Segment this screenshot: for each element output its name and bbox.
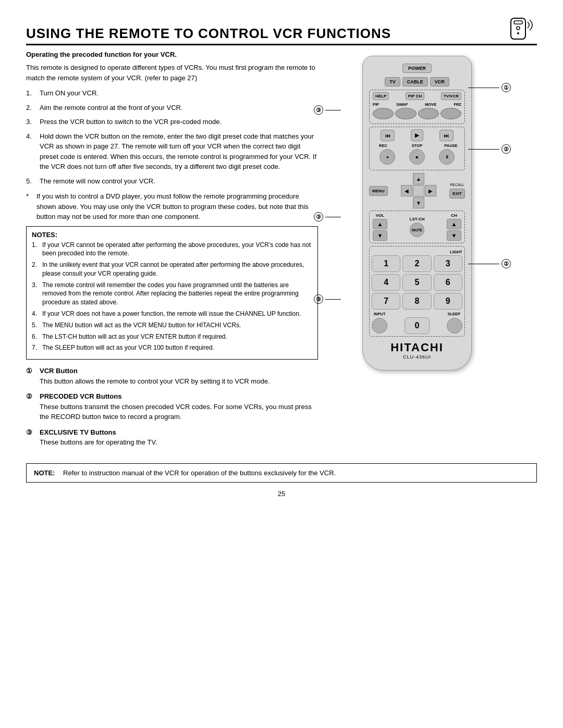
tvvcr-button[interactable]: TV/VCR	[441, 92, 461, 100]
callout-1-title: VCR Button	[40, 367, 78, 375]
mute-button[interactable]: MUTE	[410, 223, 424, 237]
transport-section: ⏮ ▶ ⏭ REC STOP PAUSE ● ■ ⏸	[369, 127, 465, 170]
stop-button[interactable]: ■	[409, 149, 425, 165]
tv-mode-button[interactable]: TV	[385, 77, 400, 87]
rewind-button[interactable]: ⏮	[381, 130, 395, 141]
vol-down-button[interactable]: ▼	[373, 230, 387, 241]
num-2[interactable]: 2	[402, 255, 431, 272]
play-button[interactable]: ▶	[411, 129, 423, 141]
callout-label-2-numpad: ②	[468, 259, 511, 268]
help-button[interactable]: HELP	[373, 92, 389, 100]
num-0[interactable]: 0	[405, 317, 430, 334]
move-label: MOVE	[425, 102, 436, 107]
step-5: 5. The remote will now control your VCR.	[26, 176, 318, 187]
mute-section: MUTE	[410, 223, 424, 237]
vol-ch-dashed: VOL ▲ ▼ LST-CH MUTE	[369, 211, 465, 243]
callout-label-3-top: ③	[314, 105, 341, 115]
num-7[interactable]: 7	[372, 293, 400, 310]
func-row-1: HELP PIP CH TV/VCR	[373, 92, 461, 100]
num-3[interactable]: 3	[434, 255, 462, 272]
cable-mode-button[interactable]: CABLE	[402, 77, 428, 87]
ch-up-button[interactable]: ▲	[447, 219, 461, 229]
ch-section: CH ▲ ▼	[447, 213, 461, 241]
step-3: 3. Press the VCR button to switch to the…	[26, 117, 318, 127]
move-oval[interactable]	[418, 108, 439, 119]
remote-body: POWER TV CABLE VCR HELP PIP CH TV/VCR	[362, 56, 472, 371]
frz-oval[interactable]	[440, 108, 461, 119]
swap-oval[interactable]	[395, 108, 416, 119]
nav-left[interactable]: ◀	[401, 185, 412, 196]
num-4[interactable]: 4	[372, 274, 400, 291]
num-8[interactable]: 8	[402, 293, 431, 310]
pip-oval[interactable]	[373, 108, 394, 119]
frz-label: FRZ	[454, 102, 461, 107]
note-1: 1. If your VCR cannot be operated after …	[32, 241, 312, 258]
vol-up-button[interactable]: ▲	[373, 219, 387, 229]
nav-right[interactable]: ▶	[425, 185, 436, 196]
remote-icon	[506, 16, 537, 42]
page-title: USING THE REMOTE TO CONTROL VCR FUNCTION…	[26, 26, 391, 42]
hitachi-name: HITACHI	[369, 341, 465, 354]
notes-box: NOTES: 1. If your VCR cannot be operated…	[26, 226, 318, 360]
num-6[interactable]: 6	[434, 274, 462, 291]
nav-up[interactable]: ▲	[413, 173, 424, 184]
page-number: 25	[26, 490, 537, 498]
note-3: 3. The remote control will remember the …	[32, 281, 312, 307]
svg-rect-0	[511, 18, 525, 39]
numpad-grid: 1 2 3 4 5 6 7 8 9	[372, 255, 462, 310]
svg-point-2	[517, 27, 520, 30]
callout-label-3-mid: ③	[314, 212, 341, 221]
svg-point-3	[517, 32, 519, 34]
callout-label-3-bot: ③	[314, 294, 341, 304]
note-7: 7. The SLEEP button will act as your VCR…	[32, 343, 312, 352]
note-text: Refer to instruction manual of the VCR f…	[63, 468, 336, 478]
num-5[interactable]: 5	[402, 274, 431, 291]
power-button[interactable]: POWER	[402, 64, 432, 73]
ch-down-button[interactable]: ▼	[447, 230, 461, 241]
callout-2-title: PRECODED VCR Buttons	[40, 392, 121, 400]
callout-1-text: This button allows the remote to control…	[40, 377, 270, 385]
step-1: 1. Turn ON your VCR.	[26, 88, 318, 98]
callout-3-text: These buttons are for operating the TV.	[40, 438, 157, 446]
pause-button[interactable]: ⏸	[439, 149, 455, 165]
fastforward-button[interactable]: ⏭	[439, 130, 454, 141]
pipch-button[interactable]: PIP CH	[406, 92, 425, 100]
pip-label: PIP	[373, 102, 379, 107]
callout-3: ③ EXCLUSIVE TV Buttons These buttons are…	[26, 427, 318, 448]
callout-1: ① VCR Button This button allows the remo…	[26, 366, 318, 386]
rec-labels: REC STOP PAUSE	[373, 143, 461, 148]
hitachi-brand: HITACHI CLU-436UI	[369, 341, 465, 360]
nav-down[interactable]: ▼	[413, 197, 424, 208]
callout-2-text: These buttons transmit the chosen precod…	[40, 403, 312, 421]
stop-label: STOP	[407, 143, 427, 148]
exit-button[interactable]: EXIT	[449, 189, 465, 199]
vcr-mode-button[interactable]: VCR	[430, 77, 449, 87]
sleep-button[interactable]	[447, 318, 462, 334]
callout-label-2-transport: ②	[468, 144, 511, 154]
nav-pad: ▲ ◀ ▶ ▼	[401, 173, 436, 208]
num-9[interactable]: 9	[434, 293, 462, 310]
page-header: USING THE REMOTE TO CONTROL VCR FUNCTION…	[26, 16, 537, 45]
top-functions-section: HELP PIP CH TV/VCR PIP SWAP MOVE FRZ	[369, 90, 465, 124]
main-content: Operating the precoded function for your…	[26, 51, 537, 453]
note-2: 2. In the unlikely event that your VCR c…	[32, 261, 312, 278]
numbered-steps: 1. Turn ON your VCR. 2. Aim the remote c…	[26, 88, 318, 186]
step-4: 4. Hold down the VCR button on the remot…	[26, 131, 318, 172]
hitachi-model: CLU-436UI	[369, 354, 465, 360]
transport-row: ⏮ ▶ ⏭	[373, 129, 461, 141]
nav-section: MENU ▲ ◀ ▶ ▼	[369, 173, 465, 208]
operating-section-title: Operating the precoded function for your…	[26, 51, 318, 58]
bottom-row: 0	[372, 317, 462, 334]
rec-row: ● ■ ⏸	[373, 149, 461, 165]
callout-section: ① VCR Button This button allows the remo…	[26, 366, 318, 448]
input-button[interactable]	[372, 318, 387, 334]
rec-button[interactable]: ●	[380, 149, 395, 165]
right-column: ① ② ② ③ ③ ③	[328, 51, 506, 453]
note-label: NOTE:	[34, 468, 59, 478]
power-row: POWER	[369, 64, 465, 73]
nav-center[interactable]	[413, 185, 424, 196]
menu-button[interactable]: MENU	[369, 186, 388, 196]
svg-rect-1	[514, 21, 522, 24]
intro-text: This remote is designed to operate diffe…	[26, 63, 318, 83]
num-1[interactable]: 1	[372, 255, 400, 272]
